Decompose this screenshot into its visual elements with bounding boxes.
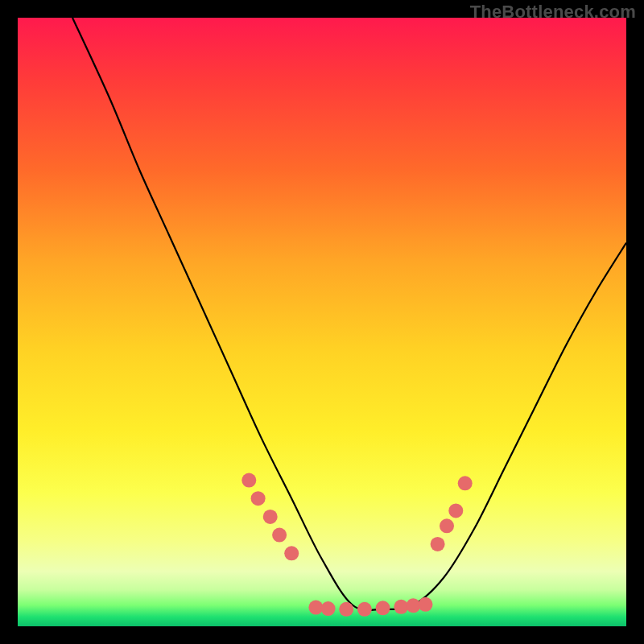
curve-dot xyxy=(321,601,336,616)
curve-dot xyxy=(448,503,463,518)
chart-frame: TheBottleneck.com xyxy=(0,0,644,644)
curve-dot xyxy=(263,510,278,524)
curve-dot xyxy=(308,601,323,615)
curve-dot xyxy=(440,518,454,533)
curve-dot xyxy=(339,602,353,617)
curve-dot xyxy=(251,491,266,506)
curve-dot xyxy=(357,602,372,617)
curve-dot xyxy=(458,476,473,490)
curve-layer xyxy=(18,18,626,626)
curve-dot xyxy=(376,601,390,615)
plot-area xyxy=(18,18,626,626)
curve-dot xyxy=(272,528,287,543)
curve-dot xyxy=(419,597,433,612)
bottleneck-curve xyxy=(72,18,626,610)
curve-dot xyxy=(431,537,445,551)
curve-dots-group xyxy=(242,473,472,617)
curve-dot xyxy=(242,473,256,488)
curve-dot xyxy=(284,546,299,560)
